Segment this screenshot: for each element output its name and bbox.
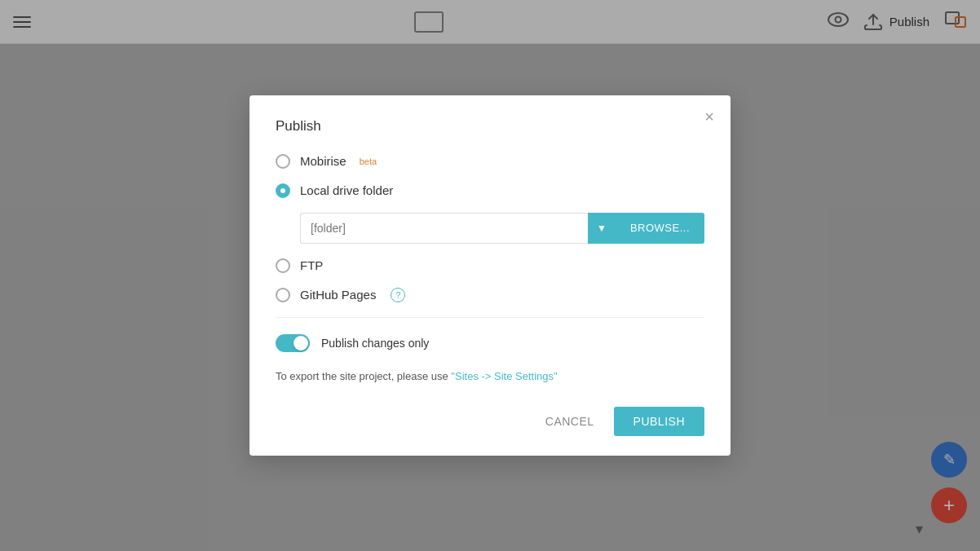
browse-button[interactable]: BROWSE... [616, 213, 704, 244]
info-text-prefix: To export the site project, please use [276, 370, 451, 382]
folder-input[interactable] [300, 213, 588, 244]
folder-dropdown-button[interactable]: ▼ [588, 213, 616, 244]
radio-option-mobirise[interactable]: Mobirise beta [276, 154, 704, 169]
info-link[interactable]: "Sites -> Site Settings" [451, 370, 557, 382]
github-help-badge[interactable]: ? [391, 288, 405, 302]
radio-circle-local [276, 183, 290, 198]
publish-changes-toggle[interactable] [276, 334, 310, 352]
radio-circle-ftp [276, 258, 290, 273]
radio-option-ftp[interactable]: FTP [276, 258, 704, 273]
radio-option-local[interactable]: Local drive folder [276, 183, 704, 198]
radio-circle-github [276, 288, 290, 302]
radio-option-github[interactable]: GitHub Pages ? [276, 288, 704, 302]
radio-label-mobirise: Mobirise [300, 154, 347, 168]
modal-footer: CANCEL PUBLISH [276, 407, 704, 436]
radio-label-local: Local drive folder [300, 183, 393, 197]
publish-modal: × Publish Mobirise beta Local drive fold… [249, 95, 731, 456]
publish-button-modal[interactable]: PUBLISH [614, 407, 704, 436]
toggle-row: Publish changes only [276, 334, 704, 352]
radio-circle-mobirise [276, 154, 290, 169]
radio-label-ftp: FTP [300, 258, 323, 272]
modal-overlay: × Publish Mobirise beta Local drive fold… [0, 0, 980, 551]
modal-close-button[interactable]: × [704, 108, 714, 125]
cancel-button[interactable]: CANCEL [536, 408, 604, 434]
folder-row: ▼ BROWSE... [300, 213, 704, 244]
toggle-label: Publish changes only [321, 337, 429, 350]
info-text: To export the site project, please use "… [276, 368, 704, 385]
divider [276, 317, 704, 318]
radio-label-github: GitHub Pages [300, 288, 376, 302]
modal-title: Publish [276, 118, 704, 134]
beta-badge: beta [360, 156, 377, 166]
